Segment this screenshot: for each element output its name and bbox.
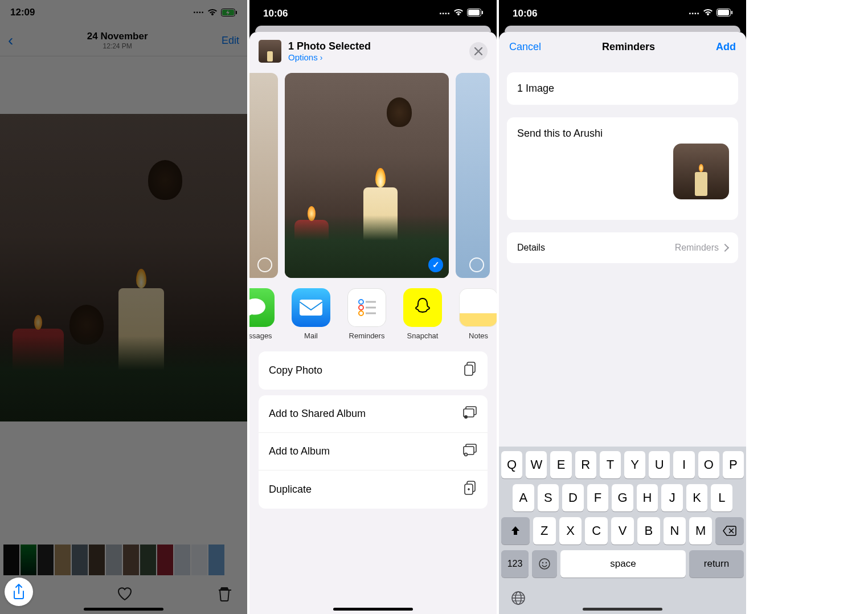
phone-reminders-compose: 10:06 ···· Cancel Reminders Add 1 Image … [499,0,746,614]
key-r[interactable]: R [575,451,596,478]
edit-button[interactable]: Edit [222,35,239,47]
action-duplicate[interactable]: Duplicate [259,470,488,509]
key-emoji[interactable] [532,550,557,578]
keyboard[interactable]: Q W E R T Y U I O P A S D F G H [499,447,746,614]
key-c[interactable]: C [585,517,608,545]
select-circle-icon[interactable] [257,257,272,272]
photo-viewer[interactable] [0,114,247,421]
gallery-next-photo[interactable] [456,73,490,278]
key-o[interactable]: O [698,451,719,478]
share-app-row[interactable]: Messages Mail Reminders Snapchat Notes [249,278,497,346]
key-shift[interactable] [501,517,530,545]
key-i[interactable]: I [673,451,694,478]
key-x[interactable]: X [559,517,582,545]
key-space[interactable]: space [560,550,686,578]
app-label: Snapchat [402,331,443,340]
status-time: 10:06 [263,8,288,19]
wifi-icon [453,8,464,19]
attachment-summary[interactable]: 1 Image [507,72,738,105]
key-d[interactable]: D [562,484,584,511]
battery-icon [467,8,483,19]
attached-image-thumb [673,144,729,199]
action-add-shared-album[interactable]: Add to Shared Album [259,395,488,433]
status-bar: 10:06 ···· [249,0,497,27]
selected-check-icon[interactable] [428,257,443,272]
wifi-icon [207,9,218,17]
svg-point-26 [539,559,550,569]
keyboard-row-4: 123 space return [501,550,744,578]
keyboard-row-1: Q W E R T Y U I O P [501,451,744,478]
svg-point-28 [546,562,547,563]
key-b[interactable]: B [637,517,660,545]
key-return[interactable]: return [689,550,744,578]
svg-point-9 [359,311,363,316]
key-123[interactable]: 123 [501,550,529,578]
key-a[interactable]: A [513,484,534,511]
key-s[interactable]: S [538,484,559,511]
svg-rect-2 [236,11,237,14]
phone-share-sheet: 10:06 ···· 1 Photo Selected Options › [249,0,497,614]
select-circle-icon[interactable] [469,257,484,272]
cellular-dots-icon: ···· [689,8,699,19]
keyboard-row-2: A S D F G H J K L [501,484,744,511]
delete-icon[interactable] [218,586,231,604]
share-options-link[interactable]: Options › [288,52,371,62]
back-button[interactable]: ‹ [8,31,13,50]
wifi-icon [703,8,713,19]
key-e[interactable]: E [550,451,571,478]
key-q[interactable]: Q [501,451,522,478]
key-l[interactable]: L [711,484,732,511]
svg-point-8 [359,305,363,310]
sheet-title: Reminders [602,41,655,53]
share-button[interactable] [5,578,33,606]
share-photo-picker[interactable] [249,73,497,278]
key-t[interactable]: T [600,451,621,478]
key-p[interactable]: P [723,451,744,478]
share-app-messages[interactable]: Messages [249,288,276,340]
key-z[interactable]: Z [533,517,556,545]
svg-point-27 [542,562,543,563]
status-time: 12:09 [10,7,35,18]
gallery-prev-photo[interactable] [249,73,278,278]
share-app-reminders[interactable]: Reminders [346,288,387,340]
reminder-note-field[interactable]: Send this to Arushi [507,117,738,220]
key-j[interactable]: J [661,484,683,511]
home-indicator[interactable] [333,608,413,611]
key-m[interactable]: M [689,517,712,545]
share-app-mail[interactable]: Mail [290,288,331,340]
cancel-button[interactable]: Cancel [509,41,541,53]
svg-rect-24 [718,10,729,15]
key-g[interactable]: G [612,484,633,511]
key-f[interactable]: F [587,484,609,511]
svg-rect-5 [482,11,483,14]
favorite-icon[interactable] [117,586,133,603]
cellular-dots-icon: ···· [193,7,204,18]
svg-point-7 [359,300,363,304]
globe-icon[interactable] [510,590,526,608]
thumbnail-strip[interactable] [0,545,247,575]
selected-photo-thumb [259,40,281,63]
reminder-nav: Cancel Reminders Add [499,32,746,62]
share-app-snapchat[interactable]: Snapchat [402,288,443,340]
key-h[interactable]: H [637,484,658,511]
home-indicator[interactable] [84,608,163,611]
gallery-selected-photo[interactable] [285,73,449,278]
key-u[interactable]: U [649,451,670,478]
key-y[interactable]: Y [624,451,645,478]
battery-icon [716,8,732,19]
key-k[interactable]: K [686,484,708,511]
details-row[interactable]: Details Reminders [507,232,738,263]
close-button[interactable] [469,42,488,60]
action-copy-photo[interactable]: Copy Photo [259,351,488,390]
status-time: 10:06 [513,8,537,19]
home-indicator[interactable] [583,608,662,611]
add-button[interactable]: Add [716,41,736,53]
key-v[interactable]: V [611,517,634,545]
copy-icon [464,362,477,379]
share-app-notes[interactable]: Notes [458,288,497,340]
action-add-album[interactable]: Add to Album [259,433,488,470]
key-n[interactable]: N [664,517,686,545]
key-w[interactable]: W [526,451,547,478]
cellular-dots-icon: ···· [439,8,450,19]
key-backspace[interactable] [715,517,744,545]
